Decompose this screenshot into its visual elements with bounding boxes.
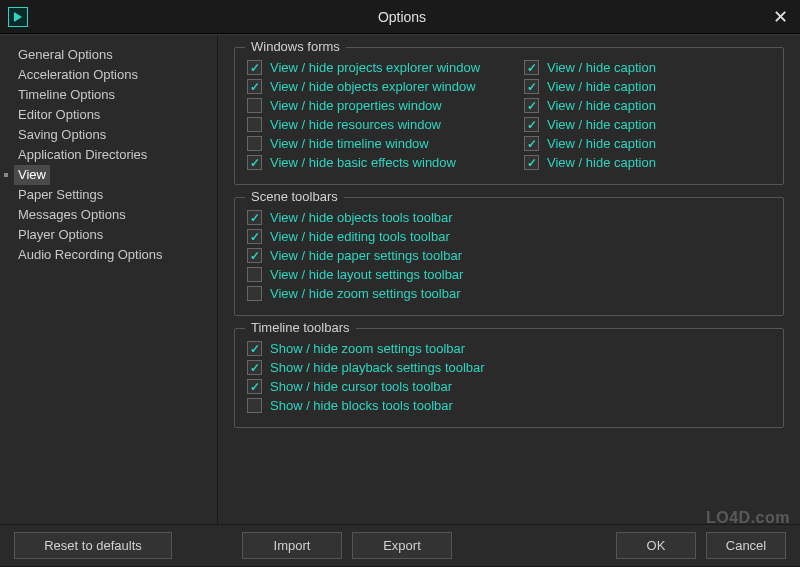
import-button[interactable]: Import — [242, 532, 342, 559]
checkbox-projects-explorer[interactable] — [247, 60, 262, 75]
checkbox-layout-settings[interactable] — [247, 267, 262, 282]
label-zoom-settings-tl[interactable]: Show / hide zoom settings toolbar — [270, 341, 465, 356]
group-windows-forms: Windows forms View / hide projects explo… — [234, 47, 784, 185]
checkbox-caption-4[interactable] — [524, 136, 539, 151]
checkbox-resources[interactable] — [247, 117, 262, 132]
sidebar-item-general[interactable]: General Options — [14, 45, 217, 65]
windows-forms-right-col: View / hide caption View / hide caption … — [524, 56, 771, 174]
label-basic-effects[interactable]: View / hide basic effects window — [270, 155, 456, 170]
sidebar-item-player[interactable]: Player Options — [14, 225, 217, 245]
label-timeline-win[interactable]: View / hide timeline window — [270, 136, 429, 151]
content: Windows forms View / hide projects explo… — [218, 35, 800, 524]
sidebar-item-messages[interactable]: Messages Options — [14, 205, 217, 225]
sidebar-item-timeline[interactable]: Timeline Options — [14, 85, 217, 105]
sidebar-item-view[interactable]: View — [14, 165, 50, 185]
group-title: Windows forms — [245, 39, 346, 54]
label-objects-tools[interactable]: View / hide objects tools toolbar — [270, 210, 453, 225]
sidebar: General Options Acceleration Options Tim… — [0, 35, 218, 524]
window-title: Options — [36, 9, 768, 25]
ok-button[interactable]: OK — [616, 532, 696, 559]
checkbox-blocks-tools[interactable] — [247, 398, 262, 413]
label-cursor-tools[interactable]: Show / hide cursor tools toolbar — [270, 379, 452, 394]
group-timeline-toolbars: Timeline toolbars Show / hide zoom setti… — [234, 328, 784, 428]
checkbox-properties[interactable] — [247, 98, 262, 113]
sidebar-item-editor[interactable]: Editor Options — [14, 105, 217, 125]
group-title: Timeline toolbars — [245, 320, 356, 335]
checkbox-caption-1[interactable] — [524, 79, 539, 94]
close-button[interactable]: ✕ — [768, 5, 792, 29]
windows-forms-left-col: View / hide projects explorer window Vie… — [247, 56, 494, 174]
checkbox-objects-explorer[interactable] — [247, 79, 262, 94]
label-resources[interactable]: View / hide resources window — [270, 117, 441, 132]
label-caption-4[interactable]: View / hide caption — [547, 136, 656, 151]
label-objects-explorer[interactable]: View / hide objects explorer window — [270, 79, 476, 94]
checkbox-basic-effects[interactable] — [247, 155, 262, 170]
label-playback-settings[interactable]: Show / hide playback settings toolbar — [270, 360, 485, 375]
label-properties[interactable]: View / hide properties window — [270, 98, 442, 113]
sidebar-item-saving[interactable]: Saving Options — [14, 125, 217, 145]
checkbox-caption-3[interactable] — [524, 117, 539, 132]
group-title: Scene toolbars — [245, 189, 344, 204]
checkbox-caption-5[interactable] — [524, 155, 539, 170]
export-button[interactable]: Export — [352, 532, 452, 559]
label-caption-3[interactable]: View / hide caption — [547, 117, 656, 132]
label-editing-tools[interactable]: View / hide editing tools toolbar — [270, 229, 450, 244]
label-projects-explorer[interactable]: View / hide projects explorer window — [270, 60, 480, 75]
checkbox-editing-tools[interactable] — [247, 229, 262, 244]
checkbox-zoom-settings-tl[interactable] — [247, 341, 262, 356]
checkbox-cursor-tools[interactable] — [247, 379, 262, 394]
label-paper-settings[interactable]: View / hide paper settings toolbar — [270, 248, 462, 263]
checkbox-caption-0[interactable] — [524, 60, 539, 75]
label-blocks-tools[interactable]: Show / hide blocks tools toolbar — [270, 398, 453, 413]
checkbox-paper-settings[interactable] — [247, 248, 262, 263]
label-layout-settings[interactable]: View / hide layout settings toolbar — [270, 267, 463, 282]
titlebar: Options ✕ — [0, 0, 800, 34]
app-icon — [8, 7, 28, 27]
reset-button[interactable]: Reset to defaults — [14, 532, 172, 559]
checkbox-zoom-settings-scene[interactable] — [247, 286, 262, 301]
body: General Options Acceleration Options Tim… — [0, 34, 800, 524]
cancel-button[interactable]: Cancel — [706, 532, 786, 559]
checkbox-playback-settings[interactable] — [247, 360, 262, 375]
label-zoom-settings-scene[interactable]: View / hide zoom settings toolbar — [270, 286, 461, 301]
checkbox-objects-tools[interactable] — [247, 210, 262, 225]
label-caption-0[interactable]: View / hide caption — [547, 60, 656, 75]
checkbox-caption-2[interactable] — [524, 98, 539, 113]
sidebar-item-audio-rec[interactable]: Audio Recording Options — [14, 245, 217, 265]
checkbox-timeline-win[interactable] — [247, 136, 262, 151]
footer: Reset to defaults Import Export OK Cance… — [0, 524, 800, 566]
sidebar-item-app-dirs[interactable]: Application Directories — [14, 145, 217, 165]
label-caption-2[interactable]: View / hide caption — [547, 98, 656, 113]
group-scene-toolbars: Scene toolbars View / hide objects tools… — [234, 197, 784, 316]
svg-marker-0 — [14, 12, 22, 22]
sidebar-item-acceleration[interactable]: Acceleration Options — [14, 65, 217, 85]
label-caption-5[interactable]: View / hide caption — [547, 155, 656, 170]
label-caption-1[interactable]: View / hide caption — [547, 79, 656, 94]
sidebar-item-paper[interactable]: Paper Settings — [14, 185, 217, 205]
